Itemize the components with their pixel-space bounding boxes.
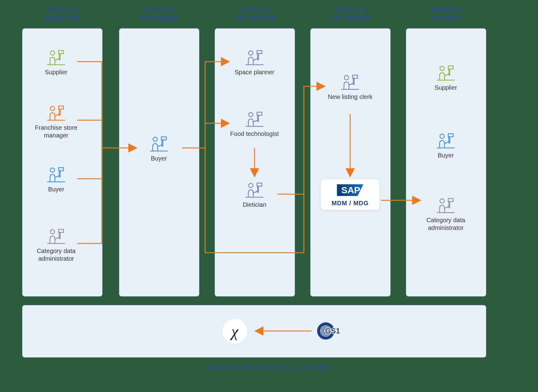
footer-title: ENDOXA WEB ARTICLE LISTING: [0, 364, 538, 372]
person-at-desk-icon: [46, 166, 67, 184]
person-at-desk-icon: [46, 228, 67, 245]
role-label: Supplier: [45, 69, 67, 76]
svg-point-12: [249, 112, 253, 117]
role-space-planner: Space planner: [222, 49, 287, 76]
gs1-icon: GS1: [317, 322, 334, 340]
svg-point-6: [50, 230, 55, 234]
svg-point-2: [50, 106, 55, 111]
role-dietician: Dietician: [222, 182, 287, 209]
role-label: Buyer: [438, 152, 454, 159]
person-at-desk-icon: [46, 49, 67, 67]
svg-rect-7: [59, 232, 60, 239]
chi-icon: χ: [222, 319, 247, 344]
role-label: Supplier: [434, 84, 457, 91]
person-at-desk-icon: [46, 105, 67, 122]
person-at-desk-icon: [244, 182, 265, 199]
svg-rect-19: [449, 69, 450, 75]
role-category-data-admin-creator: Category data administrator: [28, 228, 84, 263]
svg-rect-9: [162, 140, 163, 146]
person-at-desk-icon: [244, 49, 265, 67]
svg-point-8: [153, 137, 157, 141]
svg-point-0: [50, 51, 55, 55]
role-label: Space planner: [235, 69, 275, 76]
column-header-creator: ARTICLEARTICLE CREATORCREATOR: [22, 6, 102, 22]
sap-subtitle: MDM / MDG: [321, 200, 379, 207]
role-label: Category data administrator: [426, 217, 465, 231]
role-label: Buyer: [151, 155, 167, 162]
role-label: Buyer: [48, 186, 64, 193]
role-buyer-viewer: Buyer: [416, 133, 475, 159]
person-at-desk-icon: [244, 111, 265, 128]
workflow-diagram: ARTICLEARTICLE CREATORCREATOR ARTICLEREV…: [0, 0, 538, 392]
role-supplier-viewer: Supplier: [416, 65, 475, 92]
role-label: Dietician: [243, 201, 267, 208]
role-supplier: Supplier: [28, 49, 84, 76]
svg-point-20: [440, 134, 444, 138]
gs1-label: GS1: [325, 327, 340, 335]
svg-point-22: [440, 199, 444, 203]
panel-footer: [22, 305, 486, 357]
panel-uploader: [310, 28, 391, 296]
column-header-validator: ARTICLEVALIDATORARTICLE VALIDATOR: [215, 6, 295, 22]
role-food-technologist: Food technologist: [222, 111, 287, 138]
svg-rect-3: [59, 109, 60, 115]
svg-point-18: [440, 66, 444, 71]
svg-point-14: [249, 183, 253, 188]
person-at-desk-icon: [148, 136, 169, 153]
svg-rect-13: [258, 115, 259, 121]
svg-rect-21: [449, 137, 450, 143]
role-franchise-store-manager: Franchise store manager: [28, 105, 84, 139]
role-category-data-admin-viewer: Category data administrator: [416, 197, 475, 232]
svg-point-4: [50, 168, 55, 172]
svg-rect-15: [258, 186, 259, 192]
column-header-uploader: ARTICLEUPLOADERARTICLE UPLOADER: [310, 6, 391, 22]
role-label: Category data administrator: [37, 247, 76, 262]
role-new-listing-clerk: New listing clerk: [321, 74, 379, 101]
panel-reviewer: [119, 28, 199, 296]
column-header-reviewer: ARTICLEREVIEWERARTICLE REVIEWER: [119, 6, 199, 22]
sap-logo: SAP: [337, 184, 363, 196]
person-at-desk-icon: [435, 65, 456, 82]
svg-rect-17: [353, 78, 354, 84]
sap-card: SAP MDM / MDG: [321, 179, 379, 210]
role-label: New listing clerk: [328, 93, 372, 100]
person-at-desk-icon: [340, 74, 361, 91]
svg-rect-1: [59, 54, 60, 60]
svg-rect-11: [258, 54, 259, 60]
role-buyer-creator: Buyer: [28, 166, 84, 193]
svg-rect-23: [449, 202, 450, 208]
role-label: Food technologist: [230, 130, 279, 137]
svg-rect-5: [59, 171, 60, 177]
column-header-report-viewer: REPORTVIEWERREPORT VIEWER: [406, 6, 486, 22]
role-label: Franchise store manager: [35, 124, 77, 139]
person-at-desk-icon: [435, 133, 456, 150]
person-at-desk-icon: [435, 197, 456, 214]
svg-point-16: [344, 76, 349, 80]
svg-point-10: [249, 51, 253, 55]
role-buyer-reviewer: Buyer: [130, 136, 188, 162]
